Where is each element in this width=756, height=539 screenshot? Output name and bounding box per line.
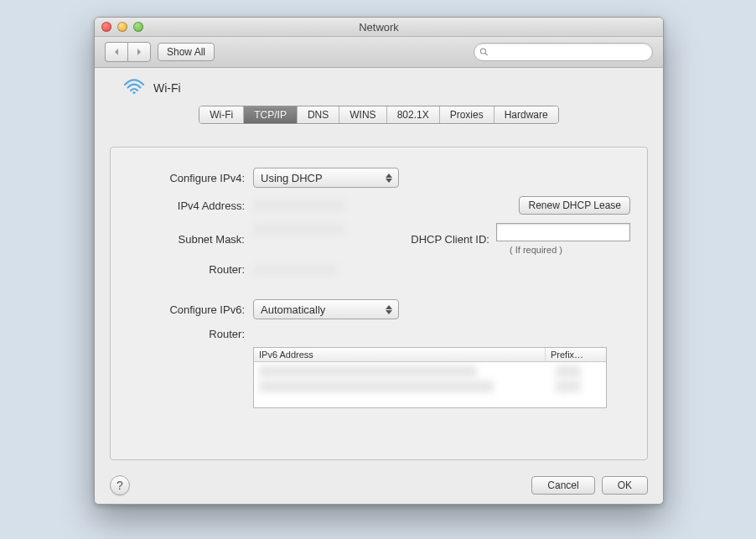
ipv6-table-body [254,362,606,407]
content-area: Wi-Fi Wi-Fi TCP/IP DNS WINS 802.1X Proxi… [95,68,663,505]
chevron-left-icon [112,48,121,56]
configure-ipv6-value: Automatically [261,303,325,316]
svg-point-0 [480,49,485,54]
nav-forward-button[interactable] [127,42,151,62]
cancel-button[interactable]: Cancel [531,476,594,495]
tab-proxies[interactable]: Proxies [440,106,495,123]
search-icon [479,47,489,57]
zoom-window-button[interactable] [133,22,143,32]
tab-bar: Wi-Fi TCP/IP DNS WINS 802.1X Proxies Har… [95,106,663,124]
search-field[interactable] [474,43,653,61]
tab-tcpip[interactable]: TCP/IP [244,106,298,123]
nav-back-forward [105,42,151,62]
updown-icon [383,174,395,183]
ipv4-address-label: IPv4 Address: [127,200,245,212]
nav-back-button[interactable] [105,42,127,62]
router-v4-value [253,264,337,276]
router-v4-label: Router: [127,263,245,276]
ok-button[interactable]: OK [602,476,648,495]
ipv6-table-header: IPv6 Address Prefix… [254,348,606,362]
ipv4-address-value [253,200,345,211]
subnet-mask-label: Subnet Mask: [127,233,245,246]
tab-wins[interactable]: WINS [339,106,386,123]
interface-name: Wi-Fi [153,81,181,95]
window-title: Network [95,21,663,34]
window-controls [95,22,143,32]
svg-point-2 [132,91,135,94]
ipv6-address-table: IPv6 Address Prefix… [253,347,607,408]
close-window-button[interactable] [101,22,111,32]
search-input[interactable] [492,45,647,59]
col-prefix[interactable]: Prefix… [546,348,606,361]
router-v6-label: Router: [127,328,245,340]
configure-ipv6-select[interactable]: Automatically [253,299,399,319]
dhcp-client-id-label: DHCP Client ID: [411,233,489,246]
toolbar: Show All [95,37,663,68]
titlebar: Network [95,18,663,37]
sheet-footer: ? Cancel OK [95,465,663,505]
configure-ipv4-value: Using DHCP [261,172,323,184]
renew-dhcp-lease-button[interactable]: Renew DHCP Lease [519,196,630,215]
tab-dns[interactable]: DNS [298,106,339,123]
minimize-window-button[interactable] [117,22,127,32]
tab-8021x[interactable]: 802.1X [387,106,440,123]
configure-ipv6-label: Configure IPv6: [127,303,245,316]
chevron-right-icon [135,48,143,56]
configure-ipv4-label: Configure IPv4: [127,172,245,184]
tcpip-panel: Configure IPv4: Using DHCP IPv4 Address:… [110,147,648,460]
tab-wifi[interactable]: Wi-Fi [199,106,244,123]
updown-icon [383,305,395,314]
dhcp-client-id-hint: ( If required ) [510,245,562,255]
help-button[interactable]: ? [110,475,130,495]
dhcp-client-id-input[interactable] [496,223,630,241]
preferences-window: Network Show All [94,17,664,505]
sheet-header: Wi-Fi [95,68,663,104]
tab-hardware[interactable]: Hardware [495,106,558,123]
configure-ipv4-select[interactable]: Using DHCP [253,168,399,188]
wifi-icon [123,78,145,97]
subnet-mask-value [253,223,345,235]
svg-line-1 [485,53,488,55]
show-all-button[interactable]: Show All [158,43,215,61]
col-ipv6-address[interactable]: IPv6 Address [254,348,546,361]
